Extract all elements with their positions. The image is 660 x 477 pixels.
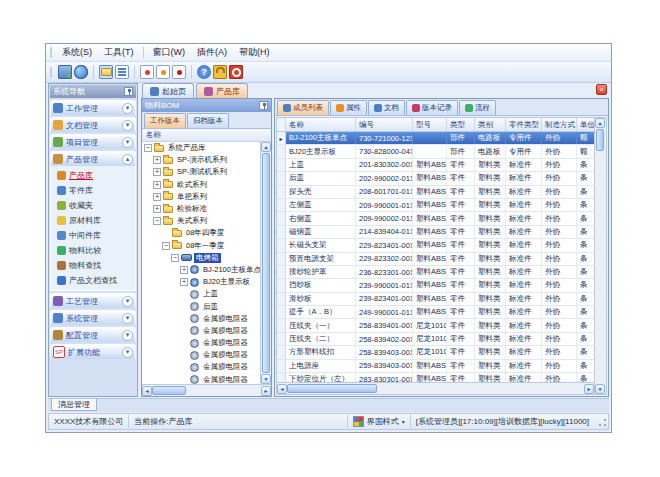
scrollbar-thumb[interactable] [596, 129, 604, 151]
sidebar-group-产品管理[interactable]: 产品管理 [50, 151, 136, 166]
menu-item[interactable]: 窗口(W) [147, 45, 192, 60]
tab-工作版本[interactable]: 工作版本 [144, 113, 186, 128]
doc-new-icon[interactable] [140, 65, 154, 79]
column-header-型号[interactable]: 型号 [413, 118, 447, 131]
tree-node-检验标准[interactable]: 检验标准 [142, 203, 271, 215]
chevron-down-icon[interactable] [122, 120, 133, 131]
computer-icon[interactable] [58, 65, 72, 79]
expander-plus-icon[interactable] [153, 168, 161, 176]
sidebar-item-收藏夹[interactable]: 收藏夹 [57, 199, 134, 212]
table-row[interactable]: 磁钢盖214-839404-01X塑料ABS零件塑料类标准件外协条 [277, 226, 594, 239]
menu-item[interactable]: 帮助(H) [233, 45, 276, 60]
sidebar-group-工作管理[interactable]: 工作管理 [50, 100, 136, 115]
scroll-down-icon[interactable]: ▼ [595, 384, 605, 394]
tree-node-美式系列[interactable]: 美式系列 [142, 215, 271, 227]
doc-check-icon[interactable] [156, 65, 170, 79]
tree-node-系统产品库[interactable]: 系统产品库 [142, 142, 271, 154]
expander-plus-icon[interactable] [153, 193, 161, 201]
tree-node-SP-测试机系列[interactable]: SP-测试机系列 [142, 166, 271, 178]
tab-成员列表[interactable]: 成员列表 [277, 100, 329, 115]
sidebar-group-扩展功能[interactable]: SP扩展功能 [50, 344, 136, 359]
scroll-right-icon[interactable]: ► [584, 384, 594, 394]
tree-node-后盖[interactable]: 后盖 [142, 300, 271, 312]
scroll-down-icon[interactable]: ▼ [261, 374, 271, 384]
tab-文档[interactable]: 文档 [368, 100, 405, 115]
sidebar-group-项目管理[interactable]: 项目管理 [50, 134, 136, 149]
table-row[interactable]: 接纱轮护罩236-823301-00X塑料ABS零件塑料类标准件外协条 [277, 266, 594, 279]
tree-node-08年四季度[interactable]: 08年四季度 [142, 227, 271, 239]
tree-node-金属膜电阻器[interactable]: 金属膜电阻器 [142, 337, 271, 349]
table-row[interactable]: 压线夹（二）258-839402-00X尼龙1010零件塑料类标准件外协条 [277, 333, 594, 346]
column-header-制造方式[interactable]: 制造方式 [542, 118, 577, 131]
toolbar-grip[interactable] [50, 67, 52, 78]
tree-horizontal-scrollbar[interactable]: ◄ ► [142, 384, 271, 396]
help-icon[interactable] [197, 65, 211, 79]
chevron-down-icon[interactable] [122, 137, 133, 148]
table-row[interactable]: 预置电源支架229-823302-00X塑料ABS零件塑料类标准件外协条 [277, 253, 594, 266]
expander-minus-icon[interactable] [144, 144, 152, 152]
scroll-right-icon[interactable]: ► [261, 386, 271, 396]
tree-node-上盖[interactable]: 上盖 [142, 288, 271, 300]
sidebar-item-中间件库[interactable]: 中间件库 [57, 229, 134, 242]
chevron-down-icon[interactable] [122, 103, 133, 114]
sidebar-group-配置管理[interactable]: 配置管理 [50, 327, 136, 342]
expander-plus-icon[interactable] [180, 278, 188, 286]
interface-style-chooser[interactable]: 界面样式 [348, 415, 411, 428]
column-header-类别[interactable]: 类别 [475, 118, 506, 131]
table-row[interactable]: 长磁头支架229-823401-00X塑料ABS零件塑料类标准件外协条 [277, 239, 594, 252]
chevron-up-icon[interactable] [122, 154, 133, 165]
table-row[interactable]: 上电源座259-839403-00X塑料ABS零件塑料类标准件外协条 [277, 360, 594, 373]
tree-node-BJ-2100主板单点[interactable]: BJ-2100主板单点 [142, 264, 271, 276]
tree-node-金属膜电阻器[interactable]: 金属膜电阻器 [142, 313, 271, 325]
sidebar-group-文档管理[interactable]: 文档管理 [50, 117, 136, 132]
sidebar-item-零件库[interactable]: 零件库 [57, 184, 134, 197]
grid-vertical-scrollbar[interactable]: ▲ ▼ [594, 118, 606, 394]
sidebar-item-产品库[interactable]: 产品库 [57, 169, 134, 182]
menubar-grip[interactable] [50, 47, 52, 58]
table-row[interactable]: 上盖201-830302-00X塑料ABS零件塑料类标准件外协条 [277, 159, 594, 172]
table-row[interactable]: 提手（A．B）249-990001-01X塑料ABS零件塑料类标准件外协条 [277, 306, 594, 319]
expander-plus-icon[interactable] [153, 205, 161, 213]
tab-归档版本[interactable]: 归档版本 [187, 113, 229, 128]
sidebar-item-产品文档查找[interactable]: 产品文档查找 [57, 274, 134, 287]
scrollbar-thumb[interactable] [287, 384, 377, 393]
tab-版本记录[interactable]: 版本记录 [406, 100, 458, 115]
table-row[interactable]: 挡纱板239-990001-01X塑料ABS零件塑料类标准件外协条 [277, 279, 594, 292]
expander-minus-icon[interactable] [171, 254, 179, 262]
sidebar-group-工艺管理[interactable]: 工艺管理 [50, 293, 136, 308]
table-row[interactable]: 滑纱板239-823401-00X塑料ABS零件塑料类标准件外协条 [277, 293, 594, 306]
sidebar-item-原材料库[interactable]: 原材料库 [57, 214, 134, 227]
expander-minus-icon[interactable] [162, 242, 170, 250]
column-header-类型[interactable]: 类型 [447, 118, 475, 131]
scrollbar-thumb[interactable] [152, 386, 186, 395]
scroll-up-icon[interactable]: ▲ [595, 118, 605, 128]
menu-item[interactable]: 插件(A) [191, 45, 233, 60]
table-row[interactable]: BJ-2100主板单点730-721000-12X部件电路板专用件外协颗 [277, 132, 594, 145]
close-icon[interactable] [596, 84, 607, 95]
table-row[interactable]: 后盖202-990002-01X塑料ABS零件塑料类标准件外协条 [277, 172, 594, 185]
table-row[interactable]: 右侧盖209-990002-01X塑料ABS零件塑料类标准件外协条 [277, 212, 594, 225]
scroll-left-icon[interactable]: ◄ [277, 384, 287, 394]
tree-node-BJ20主显示板[interactable]: BJ20主显示板 [142, 276, 271, 288]
pin-icon[interactable] [259, 101, 268, 110]
report-chart-icon[interactable] [115, 65, 129, 79]
chevron-down-icon[interactable] [122, 296, 133, 307]
tree-node-金属膜电阻器[interactable]: 金属膜电阻器 [142, 361, 271, 373]
sidebar-group-系统管理[interactable]: 系统管理 [50, 310, 136, 325]
globe-icon[interactable] [74, 65, 88, 79]
tab-message-management[interactable]: 消息管理 [51, 399, 97, 411]
tree-node-SP-演示机系列[interactable]: SP-演示机系列 [142, 154, 271, 166]
resize-grip[interactable] [596, 415, 608, 428]
expander-plus-icon[interactable] [180, 266, 188, 274]
menu-item[interactable]: 系统(S) [56, 45, 98, 60]
chevron-down-icon[interactable] [122, 313, 133, 324]
tree-node-金属膜电阻器[interactable]: 金属膜电阻器 [142, 349, 271, 361]
tree-node-欧式系列[interactable]: 欧式系列 [142, 179, 271, 191]
column-header-单位[interactable]: 单位 [577, 118, 594, 131]
tab-产品库[interactable]: 产品库 [196, 83, 248, 98]
tab-属性[interactable]: 属性 [330, 100, 367, 115]
expander-plus-icon[interactable] [153, 181, 161, 189]
chevron-down-icon[interactable] [122, 347, 133, 358]
tab-起始页[interactable]: 起始页 [142, 83, 194, 98]
doc-delete-icon[interactable] [172, 65, 186, 79]
